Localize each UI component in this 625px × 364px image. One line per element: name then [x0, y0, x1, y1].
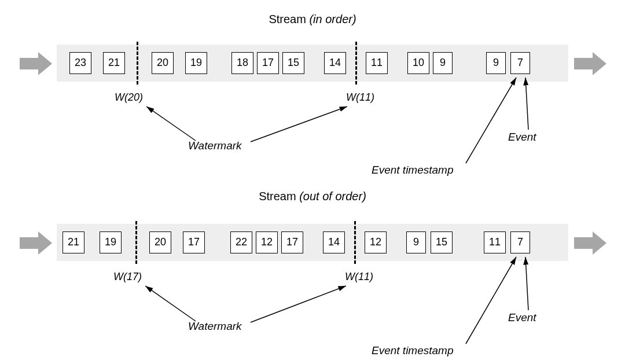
event-box: 19 [185, 52, 207, 74]
watermark-divider [137, 42, 138, 84]
flow-arrow-left-top [20, 52, 52, 75]
event-box: 11 [366, 52, 388, 74]
watermark-label-left-bottom: W(17) [113, 271, 142, 283]
event-box: 18 [231, 52, 253, 74]
event-box: 20 [152, 52, 174, 74]
svg-line-9 [251, 286, 346, 322]
title-in-order-italic: (in order) [309, 13, 356, 25]
svg-marker-7 [574, 231, 606, 255]
svg-line-3 [251, 106, 347, 142]
svg-line-4 [525, 78, 528, 130]
svg-marker-1 [574, 52, 606, 75]
event-box: 17 [281, 231, 303, 253]
event-box: 15 [431, 231, 453, 253]
svg-marker-6 [20, 231, 52, 255]
event-box: 22 [230, 231, 252, 253]
event-annotation-bottom: Event [508, 311, 536, 324]
watermark-divider [135, 221, 137, 264]
title-out-of-order-stream: Stream [259, 190, 299, 203]
title-out-of-order: Stream (out of order) [197, 190, 428, 203]
event-box: 7 [510, 52, 530, 74]
svg-marker-0 [20, 52, 52, 75]
event-box: 19 [100, 231, 122, 253]
svg-line-10 [525, 257, 528, 310]
flow-arrow-left-bottom [20, 231, 52, 255]
flow-arrow-right-bottom [574, 231, 606, 255]
watermark-annotation-top: Watermark [188, 139, 242, 152]
event-box: 14 [324, 52, 346, 74]
watermark-label-right-bottom: W(11) [345, 271, 373, 283]
event-box: 21 [62, 231, 84, 253]
watermark-annotation-bottom: Watermark [188, 320, 242, 333]
watermark-divider [354, 221, 356, 264]
event-box: 20 [149, 231, 171, 253]
event-box: 14 [323, 231, 345, 253]
svg-line-2 [146, 106, 196, 141]
event-box: 12 [365, 231, 387, 253]
event-box: 17 [257, 52, 279, 74]
flow-arrow-right-top [574, 52, 606, 75]
event-box: 9 [406, 231, 426, 253]
event-box: 23 [69, 52, 91, 74]
event-box: 11 [484, 231, 506, 253]
event-box: 15 [282, 52, 304, 74]
event-box: 9 [486, 52, 506, 74]
svg-line-11 [466, 257, 516, 344]
watermark-label-left-top: W(20) [115, 91, 143, 104]
svg-line-8 [145, 286, 196, 321]
event-box: 10 [407, 52, 429, 74]
event-box: 7 [510, 231, 530, 253]
event-annotation-top: Event [508, 131, 536, 144]
event-timestamp-annotation-top: Event timestamp [372, 164, 454, 177]
event-box: 12 [256, 231, 278, 253]
watermark-label-right-top: W(11) [346, 91, 374, 104]
title-in-order: Stream (in order) [197, 13, 428, 26]
annotation-arrows-top [0, 0, 625, 185]
svg-line-5 [466, 78, 516, 163]
event-box: 21 [103, 52, 125, 74]
event-timestamp-annotation-bottom: Event timestamp [372, 344, 454, 357]
event-box: 17 [183, 231, 205, 253]
event-box: 9 [433, 52, 453, 74]
watermark-divider [355, 42, 357, 84]
title-out-of-order-italic: (out of order) [299, 190, 366, 203]
title-in-order-stream: Stream [269, 13, 309, 25]
